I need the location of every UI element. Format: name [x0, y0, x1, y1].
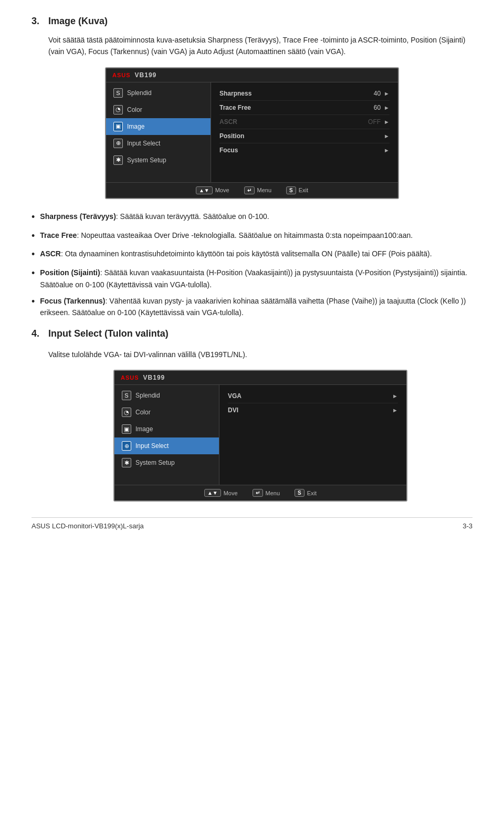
- splendid2-icon: S: [122, 391, 131, 400]
- osd2-menu-item-systemsetup[interactable]: ✱ System Setup: [114, 454, 219, 471]
- image-label: Image: [127, 123, 144, 130]
- osd2-row-vga: VGA ►: [228, 389, 398, 403]
- dvi-arrow: ►: [392, 407, 398, 413]
- focus-value: ►: [381, 147, 390, 153]
- osd2-right-panel: VGA ► DVI ►: [219, 385, 406, 485]
- splendid-label: Splendid: [127, 89, 152, 97]
- color-label: Color: [127, 106, 142, 113]
- osd-image-1: ASUS VB199 S Splendid ◔ Color ▣ Image: [105, 67, 399, 199]
- osd2-footer-move: ▲▼ Move: [204, 489, 238, 497]
- bullet-tracefree: • Trace Free: Nopeuttaa vasteaikaa Over …: [32, 230, 472, 244]
- section3-heading: 3. Image (Kuva): [32, 16, 472, 27]
- sharpness-term: Sharpness (Terävyys): [40, 212, 116, 221]
- tracefree-value: 60 ►: [374, 104, 390, 111]
- osd1-right-panel: Sharpness 40 ► Trace Free 60 ► ASCR OFF …: [211, 82, 398, 182]
- splendid2-label: Splendid: [135, 392, 160, 399]
- inputselect2-icon: ⊕: [122, 441, 131, 451]
- systemsetup-icon: ✱: [113, 155, 123, 165]
- osd2-menu: S Splendid ◔ Color ▣ Image ⊕ Input Selec…: [114, 385, 219, 485]
- osd2-footer-exit: S Exit: [295, 489, 317, 497]
- vga-label: VGA: [228, 392, 242, 400]
- osd2-menu-item-color[interactable]: ◔ Color: [114, 404, 219, 421]
- osd1-menu-item-splendid[interactable]: S Splendid: [106, 85, 211, 101]
- focus-label: Focus: [219, 147, 238, 154]
- osd1-body: S Splendid ◔ Color ▣ Image ⊕ Input Selec…: [106, 82, 398, 182]
- section3-bullets: • Sharpness (Terävyys): Säätää kuvan ter…: [32, 211, 472, 319]
- osd2-body: S Splendid ◔ Color ▣ Image ⊕ Input Selec…: [114, 385, 406, 485]
- section3-title: Image (Kuva): [48, 16, 108, 27]
- osd1-menu-item-color[interactable]: ◔ Color: [106, 101, 211, 118]
- ascr-arrow: ►: [384, 119, 390, 125]
- focus-term: Focus (Tarkennus): [40, 297, 105, 305]
- tracefree-term: Trace Free: [40, 231, 77, 239]
- inputselect2-label: Input Select: [135, 442, 169, 450]
- bullet-ascr: • ASCR: Ota dynaaminen kontrastisuhdetoi…: [32, 248, 472, 262]
- osd1-brand: ASUS: [112, 72, 131, 78]
- vga-arrow: ►: [392, 393, 398, 399]
- image2-icon: ▣: [122, 424, 131, 434]
- osd2-menu-item-splendid[interactable]: S Splendid: [114, 387, 219, 404]
- osd2-title-bar: ASUS VB199: [114, 371, 406, 385]
- osd1-title-bar: ASUS VB199: [106, 68, 398, 82]
- osd1-menu-item-inputselect[interactable]: ⊕ Input Select: [106, 135, 211, 152]
- section4-body: Valitse tulolähde VGA- tai DVI-valinnan …: [48, 349, 472, 502]
- ascr-term: ASCR: [40, 249, 61, 258]
- menu2-label: Menu: [266, 490, 280, 496]
- inputselect-icon: ⊕: [113, 139, 123, 148]
- page: 3. Image (Kuva) Voit säätää tästä päätoi…: [0, 0, 504, 546]
- osd2-brand: ASUS: [121, 374, 139, 381]
- bullet-focus: • Focus (Tarkennus): Vähentää kuvan pyst…: [32, 295, 472, 319]
- color2-icon: ◔: [122, 408, 131, 417]
- section4-heading: 4. Input Select (Tulon valinta): [32, 328, 472, 339]
- position-desc: : Säätää kuvan vaakasuuntaista (H-Positi…: [40, 268, 467, 288]
- image2-label: Image: [135, 425, 153, 433]
- section3-intro: Voit säätää tästä päätoiminnosta kuva-as…: [48, 34, 472, 58]
- menu2-key: ↵: [253, 489, 263, 497]
- bullet-sharpness: • Sharpness (Terävyys): Säätää kuvan ter…: [32, 211, 472, 225]
- osd2-menu-item-inputselect[interactable]: ⊕ Input Select: [114, 437, 219, 454]
- sharpness-label: Sharpness: [219, 90, 251, 97]
- sharpness-arrow: ►: [384, 90, 390, 97]
- osd2-footer-menu: ↵ Menu: [253, 489, 280, 497]
- splendid-icon: S: [113, 88, 123, 98]
- osd1-row-position: Position ►: [219, 129, 390, 143]
- inputselect-label: Input Select: [127, 140, 160, 147]
- position-value: ►: [381, 133, 390, 139]
- osd1-row-tracefree: Trace Free 60 ►: [219, 101, 390, 115]
- ascr-value: OFF ►: [368, 118, 390, 126]
- menu-key: ↵: [244, 186, 255, 194]
- osd1-menu: S Splendid ◔ Color ▣ Image ⊕ Input Selec…: [106, 82, 211, 182]
- osd1-model: VB199: [135, 71, 157, 79]
- menu-label: Menu: [257, 187, 272, 193]
- osd1-footer: ▲▼ Move ↵ Menu S Exit: [106, 182, 398, 198]
- focus-arrow: ►: [384, 147, 390, 153]
- bullet-position: • Position (Sijainti): Säätää kuvan vaak…: [32, 267, 472, 290]
- systemsetup2-icon: ✱: [122, 458, 131, 467]
- exit-key: S: [286, 186, 296, 194]
- dvi-value: ►: [389, 407, 398, 413]
- osd1-row-ascr: ASCR OFF ►: [219, 115, 390, 129]
- systemsetup-label: System Setup: [127, 157, 166, 164]
- osd-image-2: ASUS VB199 S Splendid ◔ Color ▣ Image: [113, 370, 407, 502]
- section4-text: Valitse tulolähde VGA- tai DVI-valinnan …: [48, 349, 472, 360]
- move2-label: Move: [224, 490, 238, 496]
- color-icon: ◔: [113, 105, 123, 114]
- osd1-menu-item-systemsetup[interactable]: ✱ System Setup: [106, 152, 211, 169]
- move-key: ▲▼: [196, 186, 213, 194]
- osd2-row-dvi: DVI ►: [228, 403, 398, 417]
- tracefree-desc: : Nopeuttaa vasteaikaa Over Drive -tekno…: [77, 231, 413, 239]
- section4-title: Input Select (Tulon valinta): [48, 328, 169, 339]
- move2-key: ▲▼: [204, 489, 221, 497]
- osd1-menu-item-image[interactable]: ▣ Image: [106, 118, 211, 135]
- dvi-label: DVI: [228, 406, 238, 414]
- ascr-label: ASCR: [219, 118, 237, 126]
- exit2-label: Exit: [307, 490, 317, 496]
- section3-number: 3.: [32, 16, 43, 27]
- sharpness-value: 40 ►: [374, 90, 390, 97]
- osd1-row-focus: Focus ►: [219, 143, 390, 157]
- color2-label: Color: [135, 409, 151, 416]
- ascr-desc: : Ota dynaaminen kontrastisuhdetoiminto …: [61, 249, 432, 258]
- osd1-footer-menu: ↵ Menu: [244, 186, 272, 194]
- osd2-menu-item-image[interactable]: ▣ Image: [114, 421, 219, 437]
- vga-value: ►: [389, 393, 398, 399]
